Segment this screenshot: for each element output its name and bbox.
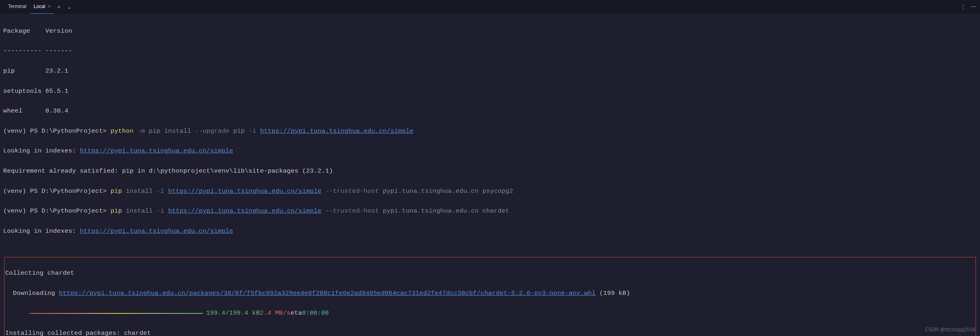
new-tab-button[interactable]: + — [54, 2, 64, 11]
prompt: (venv) PS D:\PythonProject> — [3, 207, 111, 215]
cmd-pip: pip — [111, 188, 122, 195]
installing-line: Installing collected packages: chardet — [5, 328, 974, 336]
col-header-version: Version — [46, 27, 73, 35]
terminal-output[interactable]: Package Version ---------- ------- pip 2… — [0, 14, 980, 336]
panel-title: Terminal — [4, 3, 30, 10]
pkg-name: setuptools — [3, 88, 42, 95]
prompt: (venv) PS D:\PythonProject> — [3, 127, 111, 135]
kebab-menu-icon[interactable]: ⋮ — [961, 3, 965, 10]
tab-label: Local — [33, 3, 45, 10]
col-header-package: Package — [3, 27, 30, 35]
progress-speed: 2.4 MB/s — [260, 308, 290, 318]
close-icon[interactable]: × — [48, 2, 51, 11]
pkg-version: 0.38.4 — [46, 107, 69, 115]
index-url-link[interactable]: https://pypi.tuna.tsinghua.edu.cn/simple — [168, 188, 322, 195]
progress-eta: 0:00:00 — [302, 308, 329, 318]
cmd-pip: pip — [111, 207, 122, 215]
pkg-name: pip — [3, 67, 15, 75]
tab-dropdown-icon[interactable]: ⌄ — [64, 2, 75, 11]
progress-line: 199.4/199.4 kB 2.4 MB/s eta 0:00:00 — [5, 308, 974, 318]
index-url-link[interactable]: https://pypi.tuna.tsinghua.edu.cn/simple — [260, 127, 414, 135]
prompt: (venv) PS D:\PythonProject> — [3, 188, 111, 195]
index-url-link[interactable]: https://pypi.tuna.tsinghua.edu.cn/simple — [80, 227, 233, 235]
index-url-link[interactable]: https://pypi.tuna.tsinghua.edu.cn/simple — [168, 207, 322, 215]
requirement-satisfied: Requirement already satisfied: pip in d:… — [3, 166, 977, 176]
pkg-version: 23.2.1 — [46, 67, 69, 75]
progress-bar — [29, 313, 203, 314]
wheel-url-link[interactable]: https://pypi.tuna.tsinghua.edu.cn/packag… — [59, 290, 596, 297]
tab-local[interactable]: Local × — [30, 0, 54, 14]
terminal-tabbar: Terminal Local × + ⌄ ⋮ — — [0, 0, 980, 14]
progress-size: 199.4/199.4 kB — [206, 308, 260, 318]
collecting-line: Collecting chardet — [5, 268, 974, 278]
watermark: CSDN @tttzzzqqq2018 — [925, 326, 975, 334]
index-url-link[interactable]: https://pypi.tuna.tsinghua.edu.cn/simple — [80, 147, 233, 154]
pkg-name: wheel — [3, 107, 23, 115]
cmd-python: python — [111, 127, 134, 135]
highlighted-region: Collecting chardet Downloading https://p… — [4, 257, 976, 336]
minimize-icon[interactable]: — — [971, 3, 976, 10]
pkg-version: 65.5.1 — [46, 88, 69, 95]
